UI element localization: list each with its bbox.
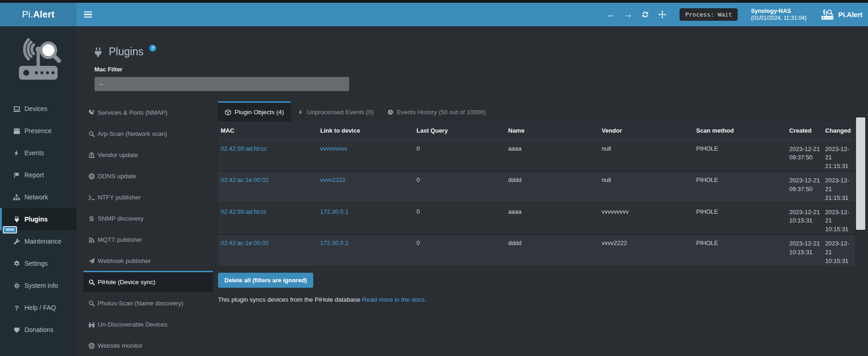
sidebar-item-network[interactable]: Network	[0, 186, 76, 208]
plugin-item-pihole-device-sync[interactable]: PiHole (Device sync)	[83, 271, 213, 292]
globe-icon	[88, 173, 95, 180]
scan-method-cell: PIHOLE	[693, 171, 786, 203]
sidebar-item-label: Plugins	[24, 216, 48, 223]
device-link[interactable]: vvvv2222	[320, 176, 346, 183]
mac-filter-input[interactable]	[94, 77, 349, 91]
plugin-item-label: MQTT publisher	[98, 236, 142, 243]
plugin-note: This plugin syncs devices from the PiHol…	[218, 296, 855, 303]
mac-link[interactable]: 02:42:59:ad:fd:cc	[221, 208, 267, 215]
sidebar-item-help-faq[interactable]: ? Help / FAQ	[0, 297, 76, 319]
read-more-link[interactable]: Read more in the docs.	[362, 296, 427, 303]
delete-all-button[interactable]: Delete all (filters are ignored)	[218, 273, 313, 288]
plugin-item-mqtt-publisher[interactable]: MQTT publisher	[83, 228, 213, 250]
tab-unprocessed-events[interactable]: Unprocessed Events (0)	[291, 101, 381, 122]
host-name: Synology-NAS	[751, 7, 807, 15]
help-badge[interactable]: ?	[149, 45, 156, 52]
pialert-app: Pi.Alert ← → Process: Wait Synology-NAS …	[0, 0, 868, 356]
device-link[interactable]: vvvvvvvvv	[320, 145, 347, 152]
name-cell: dddd	[505, 234, 599, 266]
plug-icon	[12, 216, 21, 223]
tab-bar: Plugin Objects (4) Unprocessed Events (0…	[218, 101, 855, 122]
last-query-cell: 0	[414, 203, 505, 235]
cube-icon	[225, 109, 231, 116]
sidebar-item-label: Events	[24, 149, 44, 157]
plugin-nav: Services & Ports (NMAP) Arp-Scan (Networ…	[83, 101, 213, 356]
created-cell: 2023-12-21 09:37:50	[786, 140, 822, 171]
sidebar-item-label: Network	[24, 193, 48, 201]
tab-label: Unprocessed Events (0)	[307, 109, 374, 116]
tab-events-history[interactable]: Events History (50 out of 10000)	[381, 101, 493, 122]
plugin-item-label: Arp-Scan (Network scan)	[98, 130, 167, 137]
plugin-item-label: DDNS update	[98, 173, 136, 180]
move-icon[interactable]	[658, 11, 666, 19]
sidebar-item-donations[interactable]: Donations	[0, 319, 76, 341]
plugin-item-arp-scan[interactable]: Arp-Scan (Network scan)	[83, 123, 213, 144]
plugin-item-ddns-update[interactable]: DDNS update	[83, 165, 213, 186]
sitemap-icon	[12, 194, 21, 201]
app-logo-bold: Alert	[33, 9, 55, 20]
sidebar-item-system-info[interactable]: System info	[0, 274, 76, 297]
sidebar-item-presence[interactable]: Presence	[0, 120, 76, 142]
table-scrollbar[interactable]	[856, 117, 865, 230]
sidebar-item-events[interactable]: Events	[0, 142, 76, 164]
col-header-vendor[interactable]: Vendor	[599, 122, 693, 140]
rss-icon	[88, 237, 95, 243]
col-header-created[interactable]: Created	[786, 122, 822, 140]
scan-method-cell: PIHOLE	[693, 234, 786, 266]
plugin-item-pholus-scan[interactable]: Pholus-Scan (Name discovery)	[83, 292, 213, 313]
plugin-item-label: Un-Discoverable Devices	[98, 321, 168, 328]
col-header-last-query[interactable]: Last Query	[414, 122, 505, 140]
flag-icon	[12, 172, 21, 179]
tab-plugin-objects[interactable]: Plugin Objects (4)	[218, 101, 291, 122]
sidebar-toggle-icon[interactable]	[84, 10, 92, 19]
sidebar-item-report[interactable]: Report	[0, 164, 76, 186]
sidebar-item-devices[interactable]: Devices	[0, 98, 76, 120]
sidebar-item-settings[interactable]: Settings	[0, 252, 76, 274]
plugin-item-un-discoverable-devices[interactable]: Un-Discoverable Devices	[83, 313, 213, 334]
mac-link[interactable]: 02:42:ac:1e:00:02	[221, 176, 269, 183]
device-link[interactable]: 172.30.0.2	[320, 239, 348, 246]
heart-icon	[12, 327, 21, 333]
plugin-item-snmp-discovery[interactable]: S SNMP discovery	[83, 207, 213, 228]
col-header-mac[interactable]: MAC	[218, 122, 317, 140]
col-header-scan-method[interactable]: Scan method	[693, 122, 786, 140]
table-row: 02:42:59:ad:fd:cc 172.30.0.1 0 aaaa vvvv…	[218, 203, 855, 235]
plugin-item-webhook-publisher[interactable]: Webhook publisher	[83, 250, 213, 271]
created-cell: 2023-12-21 09:37:50	[786, 171, 822, 203]
back-arrow-icon[interactable]: ←	[607, 11, 615, 19]
brand-label: Pi.Alert	[838, 11, 862, 18]
mac-filter-label: Mac Filter	[94, 66, 868, 73]
sidebar-item-label: Maintenance	[24, 238, 61, 245]
laptop-icon	[12, 105, 21, 112]
brand-link[interactable]: Pi.Alert	[821, 9, 862, 20]
device-link[interactable]: 172.30.0.1	[320, 208, 348, 215]
plugin-item-vendor-update[interactable]: Vendor update	[83, 144, 213, 165]
name-cell: aaaa	[505, 203, 599, 235]
plugin-item-ntfy-publisher[interactable]: NTFY publisher	[83, 186, 213, 207]
changed-cell: 2023-12-21 21:15:31	[822, 171, 855, 203]
plugin-item-services-ports-nmap[interactable]: Services & Ports (NMAP)	[83, 101, 213, 123]
changed-cell: 2023-12-21 21:15:31	[822, 140, 855, 171]
mac-link[interactable]: 02:42:59:ad:fd:cc	[221, 145, 267, 152]
question-icon: ?	[12, 304, 21, 311]
content-area: Plugins ? Mac Filter Services & Ports (N…	[76, 26, 868, 356]
col-header-link-to-device[interactable]: Link to device	[317, 122, 414, 140]
bank-icon	[88, 152, 95, 158]
sidebar-item-label: Donations	[24, 326, 53, 333]
sidebar-item-label: Settings	[24, 260, 48, 267]
col-header-changed[interactable]: Changed	[822, 122, 855, 140]
router-magnifier-logo-icon	[12, 38, 64, 86]
page-title: Plugins	[109, 46, 143, 58]
forward-arrow-icon[interactable]: →	[624, 11, 632, 19]
sidebar-menu: Devices Presence Events	[0, 98, 76, 341]
table-header-row: MAC Link to device Last Query Name Vendo…	[218, 122, 855, 140]
sidebar-item-maintenance[interactable]: NEW Maintenance	[0, 230, 76, 252]
col-header-name[interactable]: Name	[505, 122, 599, 140]
host-info: Synology-NAS (01/01/2024, 11:31:04)	[751, 7, 807, 22]
app-logo[interactable]: Pi.Alert	[0, 3, 76, 26]
plugin-item-label: Services & Ports (NMAP)	[98, 109, 168, 116]
refresh-icon[interactable]	[641, 11, 649, 19]
mac-link[interactable]: 02:42:ac:1e:00:02	[221, 239, 269, 246]
plugin-item-website-monitor[interactable]: Website monitor	[83, 334, 213, 356]
navbar-body: ← → Process: Wait Synology-NAS (01/01/20…	[76, 3, 868, 26]
